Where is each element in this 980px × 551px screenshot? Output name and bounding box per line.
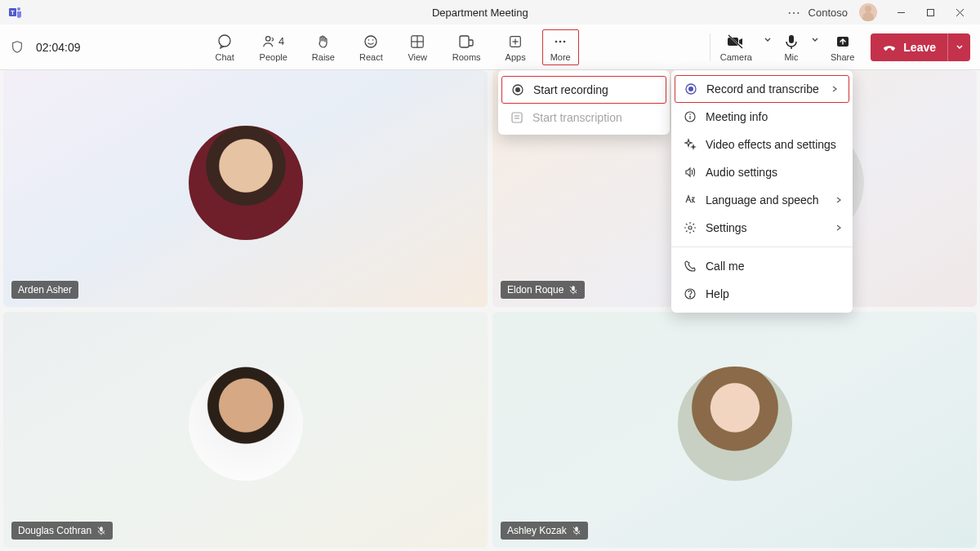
participant-name: Eldon Roque [507, 284, 564, 295]
raise-hand-button[interactable]: Raise [304, 29, 343, 65]
svg-rect-4 [927, 9, 933, 16]
mic-muted-icon [568, 285, 578, 295]
titlebar-more-button[interactable]: ⋯ [784, 5, 804, 20]
start-transcription-label: Start transcription [532, 111, 622, 124]
call-me-item[interactable]: Call me [671, 252, 853, 280]
language-speech-item[interactable]: Language and speech [671, 186, 853, 214]
svg-point-7 [219, 35, 230, 47]
start-recording-item[interactable]: Start recording [501, 76, 666, 104]
people-button[interactable]: 4 People [252, 29, 296, 65]
chat-button[interactable]: Chat [207, 29, 243, 65]
svg-rect-24 [789, 35, 794, 43]
toolbar-separator [710, 33, 710, 61]
mic-chevron[interactable] [809, 36, 821, 44]
react-label: React [359, 52, 383, 62]
start-recording-label: Start recording [533, 83, 608, 96]
emoji-icon [363, 33, 379, 51]
participant-nameplate: Eldon Roque [501, 281, 585, 299]
meeting-info-item[interactable]: Meeting info [671, 103, 853, 131]
participant-avatar [189, 367, 303, 481]
participant-name: Arden Asher [18, 284, 72, 295]
svg-point-11 [372, 39, 374, 41]
hand-icon [315, 33, 332, 51]
participant-tile[interactable]: Arden Asher [3, 70, 488, 307]
raise-label: Raise [312, 52, 335, 62]
meeting-title: Department Meeting [29, 7, 784, 19]
language-speech-label: Language and speech [706, 193, 819, 207]
meeting-info-label: Meeting info [706, 110, 768, 123]
chevron-right-icon [831, 85, 839, 93]
apps-button[interactable]: Apps [497, 29, 534, 65]
maximize-button[interactable] [918, 0, 942, 24]
participant-tile[interactable]: Ashley Kozak [492, 312, 977, 549]
menu-divider [671, 247, 853, 247]
settings-item[interactable]: Settings [671, 214, 853, 242]
svg-point-46 [688, 226, 692, 229]
share-icon [835, 33, 851, 51]
mic-label: Mic [784, 52, 798, 62]
people-count: 4 [278, 35, 284, 47]
mic-button[interactable]: Mic [778, 29, 804, 65]
start-transcription-item[interactable]: Start transcription [498, 104, 670, 131]
mic-icon [783, 33, 800, 51]
svg-point-48 [689, 296, 690, 297]
help-icon [683, 287, 697, 300]
participant-avatar [189, 126, 303, 240]
svg-point-2 [17, 7, 20, 11]
more-button[interactable]: More [542, 29, 579, 65]
audio-settings-item[interactable]: Audio settings [671, 158, 853, 186]
apps-icon [508, 33, 523, 51]
video-effects-item[interactable]: Video effects and settings [671, 131, 853, 158]
minimize-button[interactable] [889, 0, 913, 24]
leave-label: Leave [903, 41, 936, 54]
video-effects-label: Video effects and settings [706, 138, 836, 151]
view-label: View [408, 52, 427, 62]
chat-icon [216, 33, 233, 51]
svg-point-9 [365, 36, 376, 47]
record-submenu: Start recording Start transcription [498, 70, 670, 135]
svg-point-19 [555, 40, 558, 42]
help-label: Help [706, 287, 729, 300]
shield-icon[interactable] [10, 40, 24, 55]
participant-tile[interactable]: Douglas Cothran [3, 312, 488, 549]
camera-button[interactable]: Camera [715, 29, 757, 65]
participant-name: Douglas Cothran [18, 525, 91, 536]
speaker-icon [683, 166, 697, 179]
mic-muted-icon [96, 526, 106, 535]
close-button[interactable] [947, 0, 972, 24]
apps-label: Apps [506, 52, 526, 62]
people-icon [262, 34, 277, 49]
call-me-label: Call me [706, 260, 744, 273]
user-avatar[interactable] [859, 3, 877, 21]
more-label: More [550, 52, 571, 62]
gear-icon [683, 221, 697, 234]
rooms-button[interactable]: Rooms [444, 29, 489, 65]
leave-button[interactable]: Leave [871, 33, 970, 61]
camera-chevron[interactable] [762, 36, 773, 44]
phone-icon [683, 260, 697, 273]
transcription-icon [510, 111, 524, 124]
svg-rect-15 [460, 36, 469, 47]
share-button[interactable]: Share [826, 29, 859, 65]
view-button[interactable]: View [399, 29, 436, 65]
help-item[interactable]: Help [671, 280, 853, 308]
svg-text:T: T [11, 9, 15, 16]
people-label: People [260, 52, 287, 62]
grid-icon [410, 33, 425, 51]
leave-chevron[interactable] [947, 33, 970, 61]
more-menu: Record and transcribe Meeting info Video… [671, 70, 853, 313]
record-icon [510, 83, 525, 96]
language-icon [683, 193, 697, 207]
participant-nameplate: Ashley Kozak [501, 522, 588, 540]
react-button[interactable]: React [351, 29, 391, 65]
svg-point-10 [368, 39, 370, 41]
record-transcribe-item[interactable]: Record and transcribe [675, 75, 849, 103]
chat-label: Chat [215, 52, 234, 62]
svg-point-37 [515, 87, 520, 92]
rooms-label: Rooms [452, 52, 481, 62]
mic-muted-icon [572, 526, 581, 535]
record-transcribe-label: Record and transcribe [706, 82, 819, 96]
rooms-icon [458, 33, 474, 51]
share-label: Share [831, 52, 854, 62]
camera-off-icon [727, 33, 745, 51]
